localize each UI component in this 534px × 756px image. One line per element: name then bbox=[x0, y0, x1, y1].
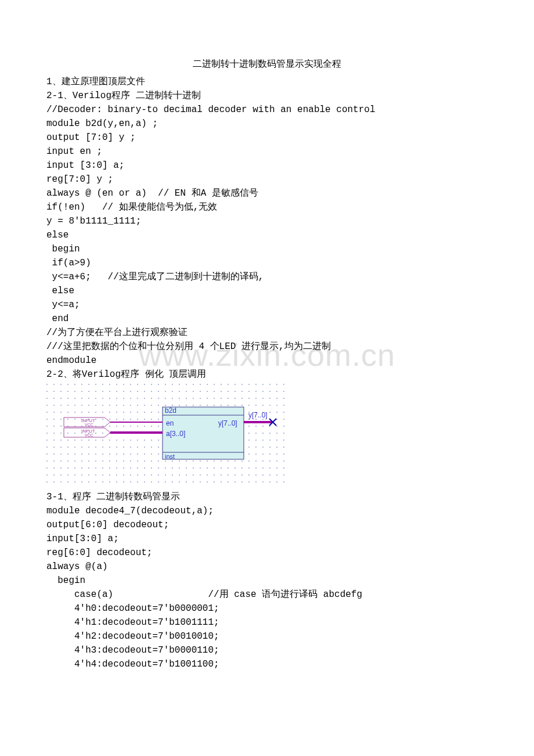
port-a-label: a[3..0] bbox=[166, 430, 185, 438]
code1-line: //为了方便在平台上进行观察验证 bbox=[46, 326, 488, 340]
code1-line: module b2d(y,en,a) ; bbox=[46, 117, 488, 131]
code1-line: input [3:0] a; bbox=[46, 159, 488, 172]
code1-line: //Decoder: binary-to decimal decoder wit… bbox=[46, 103, 488, 117]
code1-line: y = 8'b1111_1111; bbox=[46, 214, 488, 228]
code1-line: y<=a+6; //这里完成了二进制到十进制的译码, bbox=[46, 270, 488, 284]
schematic-diagram: b2d en a[3..0] y[7..0] inst INPUT VCC IN… bbox=[46, 384, 488, 485]
code2-line: output[6:0] decodeout; bbox=[46, 518, 488, 532]
code1-line: endmodule bbox=[46, 354, 488, 368]
port-y-label: y[7..0] bbox=[218, 419, 237, 427]
code2-line: 4'h2:decodeout=7'b0010010; bbox=[46, 629, 488, 643]
code2-line: 4'h1:decodeout=7'b1001111; bbox=[46, 615, 488, 629]
vcc-label: VCC bbox=[85, 423, 93, 427]
code1-line: else bbox=[46, 228, 488, 242]
code2-line: module decode4_7(decodeout,a); bbox=[46, 504, 488, 518]
code1-line: else bbox=[46, 284, 488, 298]
code1-line: always @ (en or a) // EN 和A 是敏感信号 bbox=[46, 186, 488, 200]
code2-line: 4'h0:decodeout=7'b0000001; bbox=[46, 602, 488, 615]
section-2-1-heading: 2-1、Verilog程序 二进制转十进制 bbox=[46, 89, 488, 103]
code2-line: case(a) //用 case 语句进行译码 abcdefg bbox=[46, 588, 488, 602]
code2-line: input[3:0] a; bbox=[46, 532, 488, 546]
code2-line: begin bbox=[46, 574, 488, 588]
section-2-2-heading: 2-2、将Verilog程序 例化 顶层调用 bbox=[46, 368, 488, 381]
block-name-label: b2d bbox=[165, 406, 176, 415]
code1-line: reg[7:0] y ; bbox=[46, 172, 488, 186]
inst-label: inst bbox=[165, 453, 175, 460]
code1-line: if(!en) // 如果使能信号为低,无效 bbox=[46, 200, 488, 214]
section-3-1-heading: 3-1、程序 二进制转数码管显示 bbox=[46, 490, 488, 504]
section-1-heading: 1、建立原理图顶层文件 bbox=[46, 75, 488, 89]
wire-y-label: y[7..0] bbox=[248, 411, 268, 419]
code2-line: 4'h4:decodeout=7'b1001100; bbox=[46, 657, 488, 671]
code1-line: y<=a; bbox=[46, 298, 488, 312]
code1-line: output [7:0] y ; bbox=[46, 131, 488, 145]
page-title: 二进制转十进制数码管显示实现全程 bbox=[46, 58, 488, 70]
vcc-label: VCC bbox=[85, 433, 93, 437]
code2-line: 4'h3:decodeout=7'b0000110; bbox=[46, 643, 488, 657]
code1-line: ///这里把数据的个位和十位分别用 4 个LED 进行显示,均为二进制 bbox=[46, 340, 488, 354]
code1-line: end bbox=[46, 312, 488, 326]
code1-line: begin bbox=[46, 242, 488, 256]
code2-line: always @(a) bbox=[46, 560, 488, 574]
port-en-label: en bbox=[166, 419, 174, 427]
code1-line: if(a>9) bbox=[46, 256, 488, 270]
code2-line: reg[6:0] decodeout; bbox=[46, 546, 488, 560]
code1-line: input en ; bbox=[46, 145, 488, 159]
